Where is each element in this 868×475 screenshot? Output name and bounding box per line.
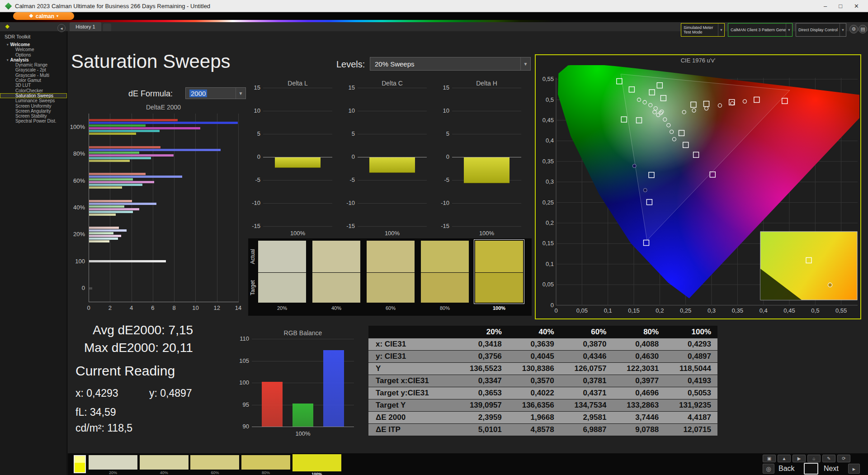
notes-icon[interactable]: ✎ — [822, 455, 835, 462]
levels-dropdown[interactable]: 20% Sweeps ▼ — [370, 57, 531, 71]
settings-gear-button[interactable]: ⚙ — [849, 25, 858, 33]
gridline — [263, 134, 332, 134]
sidebar-item-saturation-sweeps[interactable]: Saturation Sweeps — [0, 93, 67, 98]
cell: 0,5053 — [665, 389, 717, 398]
display-control-dropdown[interactable]: Direct Display Control ▼ — [796, 23, 846, 37]
play-icon[interactable]: ▶ — [793, 455, 806, 462]
target-button[interactable]: ◎ — [763, 464, 774, 474]
axis-label: 15 — [429, 84, 449, 91]
sidebar-section-welcome[interactable]: ▾Welcome — [0, 42, 67, 47]
target-swatch-60 — [367, 273, 415, 303]
red-bar — [262, 382, 283, 427]
axis-line — [89, 302, 239, 302]
sidebar-item-screen-stability[interactable]: Screen Stability — [0, 114, 67, 119]
sidebar-item-screen-uniformity[interactable]: Screen Uniformity — [0, 104, 67, 109]
table-header-row: 20%40%60%80%100% — [368, 326, 717, 338]
arrow-up-icon[interactable]: ▲ — [778, 455, 791, 462]
sidebar-item-screen-angularity[interactable]: Screen Angularity — [0, 109, 67, 114]
cell: 4,8578 — [508, 425, 561, 434]
patch-swatch-60[interactable] — [190, 455, 239, 470]
avg-de2000-reading: Avg dE2000: 7,15 — [93, 323, 193, 337]
deltae-bar — [89, 124, 146, 127]
axis-label: -10 — [429, 200, 449, 206]
sidebar-item-spectral-power-dist[interactable]: Spectral Power Dist. — [0, 119, 67, 124]
gridline — [452, 226, 521, 227]
svg-text:0,25: 0,25 — [542, 199, 554, 206]
cell: 0,3418 — [456, 340, 508, 349]
next-button[interactable]: Next — [824, 465, 839, 473]
workspace-layout-button[interactable]: ▤ — [859, 25, 867, 33]
column-header: 100% — [665, 328, 717, 337]
current-patch-swatch[interactable] — [74, 455, 86, 473]
meter-control-line2: Test Mode — [684, 30, 718, 34]
axis-label: 10 — [186, 304, 204, 311]
levels-value: 20% Sweeps — [375, 60, 415, 68]
sidebar-section-label: Welcome — [10, 42, 30, 47]
patch-label: 20% — [89, 470, 137, 475]
svg-text:0,2: 0,2 — [546, 219, 554, 226]
cell: 1,9668 — [508, 413, 561, 422]
refresh-icon[interactable]: ⟳ — [837, 455, 850, 462]
delta-l-title: Delta L — [263, 80, 332, 87]
cell: 3,7446 — [613, 413, 665, 422]
calman-logo-icon: ❖ — [29, 13, 33, 19]
deltae-bar — [89, 208, 139, 210]
forward-button[interactable]: ▸ — [848, 464, 860, 474]
gridline — [217, 114, 217, 302]
back-button[interactable]: Back — [778, 465, 795, 473]
axis-label: 95 — [229, 401, 249, 408]
svg-text:0,4: 0,4 — [760, 307, 768, 314]
measured-point-dark — [632, 164, 636, 168]
svg-text:0,45: 0,45 — [783, 307, 795, 314]
app-menu-icon[interactable]: ◆ — [4, 23, 11, 30]
sidebar-collapse-button[interactable]: ◂ — [57, 24, 66, 32]
calman-logo-button[interactable]: ❖ calman ▾ — [13, 12, 74, 20]
minimize-button[interactable]: – — [824, 3, 827, 10]
maximize-button[interactable]: □ — [839, 3, 842, 10]
sidebar-item-luminance-sweeps[interactable]: Luminance Sweeps — [0, 98, 67, 103]
axis-label: 8 — [165, 304, 183, 311]
deltae-bar — [89, 205, 124, 208]
sidebar-section-analysis[interactable]: ▾Analysis — [0, 57, 67, 62]
deltae-bar — [89, 235, 121, 237]
de-formula-dropdown[interactable]: 2000 ▼ — [185, 87, 246, 99]
patch-swatch-40[interactable] — [140, 455, 189, 470]
axis-label: 100% — [263, 230, 332, 237]
patch-swatch-100[interactable] — [292, 454, 341, 471]
spectrum-strip — [0, 20, 868, 22]
svg-text:0,35: 0,35 — [542, 158, 554, 165]
sidebar-item-grayscale-multi[interactable]: Grayscale - Multi — [0, 73, 67, 78]
row-label: y: CIE31 — [368, 352, 456, 361]
new-tab-button[interactable] — [103, 24, 111, 31]
meter-control-dropdown[interactable]: Simulated Meter Test Mode ▼ — [681, 23, 725, 37]
sidebar-item-options[interactable]: Options — [0, 52, 67, 57]
patch-swatch-20[interactable] — [89, 455, 137, 470]
chevron-down-icon: ▼ — [718, 24, 724, 36]
sidebar-item-grayscale-2pt[interactable]: Grayscale - 2pt — [0, 67, 67, 72]
cell: 0,3653 — [456, 389, 508, 398]
gridline — [238, 114, 239, 302]
sidebar-item-3d-lut[interactable]: 3D LUT — [0, 83, 67, 88]
patch-label: 60% — [190, 470, 239, 475]
home-icon[interactable]: ⌂ — [807, 455, 821, 462]
patch-swatch-80[interactable] — [241, 455, 290, 470]
pattern-window-button[interactable] — [804, 463, 818, 475]
cell: 0,4371 — [561, 389, 613, 398]
tab-history-1[interactable]: History 1 — [70, 22, 101, 31]
sidebar-item-color-gamut[interactable]: Color Gamut — [0, 78, 67, 83]
screenshot-icon[interactable]: ▣ — [763, 455, 776, 462]
gridline — [452, 134, 521, 134]
deltae-bar — [89, 184, 142, 186]
axis-label: -5 — [335, 176, 355, 183]
svg-text:0,5: 0,5 — [811, 307, 819, 314]
sidebar-item-colorchecker[interactable]: ColorChecker — [0, 88, 67, 93]
cell: 6,9887 — [561, 425, 613, 434]
sidebar-item-dynamic-range[interactable]: Dynamic Range — [0, 62, 67, 67]
close-button[interactable]: ✕ — [854, 3, 859, 10]
pattern-generator-dropdown[interactable]: CalMAN Client 3 Pattern Generator ▼ — [728, 23, 793, 37]
axis-label: 0 — [429, 153, 449, 160]
cell: 136,5523 — [456, 364, 508, 373]
table-row: Target x:CIE310,33470,35700,37810,39770,… — [368, 375, 717, 387]
sidebar-item-welcome[interactable]: Welcome — [0, 47, 67, 52]
window-title: Calman 2023 Calman Ultimate for Business… — [15, 3, 824, 10]
